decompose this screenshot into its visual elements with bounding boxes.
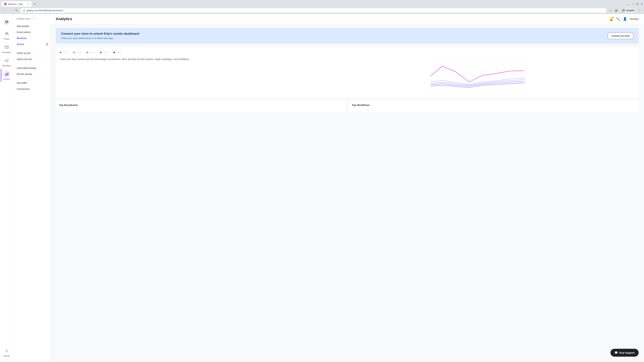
legend-item-4: [100, 52, 108, 53]
notification-dot: [612, 16, 614, 18]
profile-chip[interactable]: I Incognito: [620, 8, 636, 13]
user-icon[interactable]: 👤: [623, 17, 627, 21]
drip-logo: [4, 17, 10, 28]
lock-icon: 🔒: [23, 9, 25, 11]
svg-point-13: [6, 351, 7, 352]
profile-name: Incognito: [626, 9, 634, 11]
banner-subtext: Track your store performance in a whole …: [61, 37, 139, 39]
chart-description-area: Track your store revenue and the percent…: [60, 56, 318, 61]
content-area: Track your store revenue and the percent…: [50, 48, 644, 117]
avatar: I: [622, 9, 625, 12]
menu-item-new-people[interactable]: New people: [14, 23, 50, 29]
svg-rect-12: [8, 72, 8, 76]
sidebar-item-analytics[interactable]: Analytics: [1, 69, 12, 82]
menu-item-clicks-by-link[interactable]: Clicks by link: [14, 50, 50, 56]
browser-chrome: D Revenue - Drip × + ⌄ — ⧠ ✕ ← → ↻ 🔒 get…: [0, 0, 644, 14]
menu-item-subscribed-people[interactable]: Subscribed people: [14, 65, 50, 71]
campaigns-label: Campaigns: [2, 51, 12, 53]
sidebar-icons: People Campaigns Workflows: [0, 14, 14, 361]
address-bar[interactable]: 🔒 getdrip.com/7641396/reports/revenue: [20, 8, 606, 13]
legend-dot-4: [100, 52, 102, 53]
analytics-icon: [3, 71, 10, 77]
svg-rect-10: [5, 74, 6, 76]
legend-dot-3: [86, 52, 88, 53]
refresh-button[interactable]: ↻: [14, 8, 19, 13]
svg-point-8: [8, 59, 8, 60]
app-container: People Campaigns Workflows: [0, 14, 644, 361]
collapse-icon: →: [32, 17, 36, 20]
svg-point-4: [6, 32, 7, 33]
browser-nav: ← → ↻ 🔒 getdrip.com/7641396/reports/reve…: [0, 7, 644, 14]
bookmark-button[interactable]: ☆: [608, 8, 613, 13]
svg-rect-11: [6, 73, 7, 76]
search-icon[interactable]: 🔍: [616, 17, 620, 21]
connect-store-button[interactable]: Connect my store: [608, 33, 633, 39]
tab-title: Revenue - Drip: [8, 3, 23, 5]
url-text: getdrip.com/7641396/reports/revenue: [27, 9, 63, 12]
forward-button[interactable]: →: [8, 8, 13, 13]
main-content: Analytics 🔔 🔍 👤 Moodjoy Connect your sto…: [50, 14, 644, 361]
menu-divider-2: [16, 63, 48, 64]
svg-point-5: [7, 33, 8, 34]
menu-item-opens-by-hour[interactable]: Opens by hour: [14, 56, 50, 62]
sidebar-item-settings[interactable]: Settings: [1, 346, 12, 359]
top-bar-actions: 🔔 🔍 👤 Moodjoy: [609, 17, 639, 21]
legend-dot-2: [73, 52, 75, 53]
legend-line-4: [103, 52, 108, 53]
collapse-menu-label: Collapse menu: [16, 17, 31, 20]
notification-button[interactable]: 🔔: [609, 17, 613, 21]
extensions-button[interactable]: 🧩: [614, 8, 619, 13]
close-window-button[interactable]: ✕: [641, 3, 643, 5]
more-button[interactable]: ⋮: [637, 8, 642, 13]
svg-point-3: [7, 21, 8, 22]
drip-support-label: Drip Support: [619, 351, 634, 354]
minimize-button[interactable]: —: [632, 3, 634, 5]
active-tab[interactable]: D Revenue - Drip ×: [1, 1, 32, 7]
legend-item-3: [86, 52, 94, 53]
drip-support-button[interactable]: 💬 Drip Support: [610, 349, 639, 357]
people-label: People: [4, 38, 10, 40]
legend-line-2: [76, 52, 81, 53]
chart-row: Track your store revenue and the percent…: [60, 56, 634, 93]
banner-text: Connect your store to unlock Drip's resu…: [61, 32, 139, 39]
menu-item-email-metrics[interactable]: Email metrics: [14, 29, 50, 35]
back-button[interactable]: ←: [2, 8, 7, 13]
tab-bar: D Revenue - Drip × + ⌄ — ⧠ ✕: [0, 0, 644, 7]
legend-dot-5: [113, 52, 115, 53]
sidebar-item-campaigns[interactable]: Campaigns: [1, 42, 12, 55]
menu-item-revenue[interactable]: Revenue: [14, 35, 50, 41]
close-tab-button[interactable]: ×: [28, 3, 29, 5]
campaigns-icon: [3, 44, 10, 51]
legend-item-2: [73, 52, 81, 53]
legend-line-5: [116, 52, 122, 53]
people-icon: [3, 30, 10, 37]
user-name[interactable]: Moodjoy: [630, 17, 639, 20]
legend-item-5: [113, 52, 122, 53]
svg-point-9: [8, 61, 8, 62]
legend-item-1: [60, 52, 68, 53]
settings-icon: [3, 348, 10, 354]
sidebar-item-people[interactable]: People: [1, 29, 12, 41]
workflows-icon: [3, 57, 10, 64]
bottom-section: Top Broadcasts Top Workflows: [56, 100, 639, 112]
menu-item-events[interactable]: Events: [14, 41, 50, 47]
menu-item-recent-activity[interactable]: Recent activity: [14, 71, 50, 77]
tab-overflow-button[interactable]: ⌄: [626, 2, 630, 6]
support-icon: 💬: [614, 351, 618, 354]
new-tab-button[interactable]: +: [32, 2, 38, 6]
top-broadcasts-card: Top Broadcasts: [56, 100, 346, 112]
svg-point-2: [6, 21, 6, 22]
chart-description: Track your store revenue and the percent…: [60, 57, 318, 61]
settings-label: Settings: [3, 355, 10, 357]
sidebar-menu: Collapse menu → New people Email metrics…: [14, 14, 50, 361]
legend-dot-1: [60, 52, 62, 53]
maximize-button[interactable]: ⧠: [636, 3, 639, 5]
menu-item-site-traffic[interactable]: Site traffic: [14, 80, 50, 86]
top-bar: Analytics 🔔 🔍 👤 Moodjoy: [50, 14, 644, 24]
menu-item-conversions[interactable]: Conversions: [14, 86, 50, 92]
sidebar-item-workflows[interactable]: Workflows: [1, 56, 12, 68]
sidebar-menu-header: Collapse menu →: [14, 17, 50, 23]
collapse-menu-button[interactable]: Collapse menu →: [16, 17, 36, 20]
top-workflows-card: Top Workflows: [348, 100, 639, 112]
top-workflows-title: Top Workflows: [352, 104, 635, 106]
